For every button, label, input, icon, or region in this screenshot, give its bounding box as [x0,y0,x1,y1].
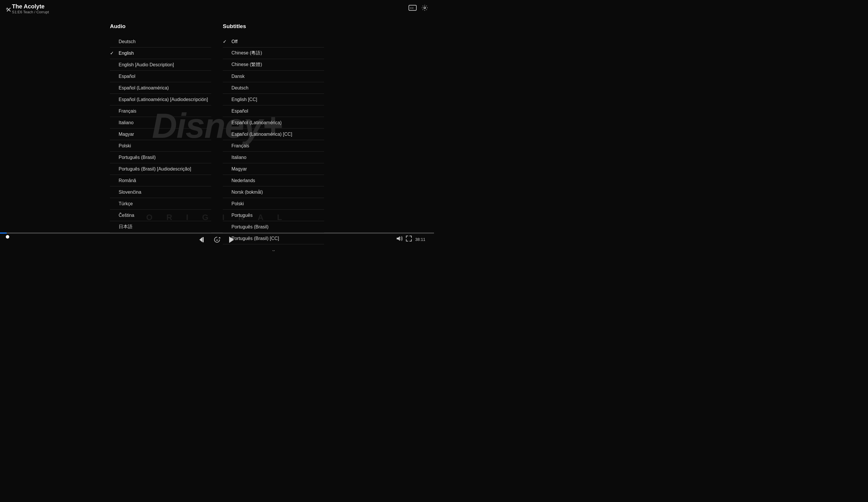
audio-item-label: Español (Latinoamérica) [Audiodescripció… [118,97,211,102]
subtitle-item-portugues-brasil-cc[interactable]: Português (Brasil) [CC] [223,233,324,244]
subtitle-item-portugues-brasil[interactable]: Português (Brasil) [223,221,324,233]
subtitle-item-italiano[interactable]: Italiano [223,152,324,163]
title-block: The Acolyte S1:E6 Teach / Corrupt [12,3,49,14]
caption-icon[interactable]: CC [409,5,417,12]
audio-item-label: Magyar [118,132,211,137]
subtitle-item-norsk[interactable]: Norsk (bokmål) [223,186,324,198]
audio-item-label: Deutsch [118,39,211,44]
top-bar: ‹ The Acolyte S1:E6 Teach / Corrupt CC [0,0,434,17]
audio-item-label: Türkçe [118,201,211,206]
audio-item-label: Français [118,109,211,114]
subtitle-item-label: Português (Brasil) [231,224,324,229]
audio-item-espanol-lat-ad[interactable]: Español (Latinoamérica) [Audiodescripció… [110,94,211,105]
subtitle-item-chinese-traditional[interactable]: Chinese (繁體) [223,59,324,71]
audio-panel-header: Audio [110,23,211,31]
audio-item-label: Čeština [118,213,211,218]
subtitle-item-label: Dansk [231,74,324,79]
subtitle-item-label: Deutsch [231,85,324,91]
subtitles-list: ✓ Off Chinese (粵語) Chinese (繁體) Dansk De… [223,36,324,244]
subtitle-item-label: Norsk (bokmål) [231,189,324,195]
audio-item-espanol[interactable]: Español [110,71,211,82]
audio-item-label: English [Audio Description] [118,62,211,68]
audio-item-japanese[interactable]: 日本語 [110,221,211,233]
svg-text:CC: CC [410,7,414,10]
subtitle-item-magyar[interactable]: Magyar [223,163,324,175]
audio-item-label: Español (Latinoamérica) [118,85,211,91]
progress-fill [0,233,7,234]
subtitle-item-nederlands[interactable]: Nederlands [223,175,324,186]
subtitle-item-label: Español (Latinoamérica) [231,120,324,125]
audio-item-italiano[interactable]: Italiano [110,117,211,129]
audio-item-cestina[interactable]: Čeština [110,209,211,221]
volume-icon[interactable] [396,236,402,243]
subtitle-item-espanol-lat[interactable]: Español (Latinoamérica) [223,117,324,129]
audio-item-label: Polski [118,143,211,148]
subtitle-item-dansk[interactable]: Dansk [223,71,324,82]
audio-item-label: Slovenčina [118,189,211,195]
episode-label: S1:E6 Teach / Corrupt [12,10,49,14]
subtitle-item-portugues[interactable]: Português [223,209,324,221]
subtitle-item-label: Chinese (粵語) [231,50,324,56]
panel-area: Audio Deutsch ✓ English English [Audio D… [110,23,324,251]
audio-item-english[interactable]: ✓ English [110,48,211,59]
progress-dot[interactable] [6,235,9,238]
subtitle-item-chinese-cantonese[interactable]: Chinese (粵語) [223,48,324,59]
subtitle-item-deutsch[interactable]: Deutsch [223,82,324,94]
audio-item-romana[interactable]: Română [110,175,211,186]
audio-item-deutsch[interactable]: Deutsch [110,36,211,48]
audio-panel: Audio Deutsch ✓ English English [Audio D… [110,23,217,251]
subtitles-panel: Subtitles ✓ Off Chinese (粵語) Chinese (繁體… [217,23,324,251]
subtitle-item-espanol[interactable]: Español [223,105,324,117]
audio-item-slovencina[interactable]: Slovenčina [110,186,211,198]
audio-item-polski[interactable]: Polski [110,140,211,152]
subtitle-item-off[interactable]: ✓ Off [223,36,324,48]
audio-list: Deutsch ✓ English English [Audio Descrip… [110,36,211,233]
svg-point-2 [424,7,426,9]
settings-icon[interactable] [421,4,428,13]
audio-item-magyar[interactable]: Magyar [110,129,211,140]
audio-item-label: Română [118,178,211,183]
subtitle-item-label: Polski [231,201,324,206]
subtitle-item-espanol-lat-cc[interactable]: Español (Latinoamérica) [CC] [223,129,324,140]
subtitle-item-label: English [CC] [231,97,324,102]
audio-item-label: English [118,51,211,56]
check-icon: ✓ [223,39,229,44]
audio-item-portugues-brasil-ad[interactable]: Português (Brasil) [Audiodescrição] [110,163,211,175]
audio-item-portugues-brasil[interactable]: Português (Brasil) [110,152,211,163]
subtitle-item-label: Italiano [231,155,324,160]
subtitle-item-label: Nederlands [231,178,324,183]
audio-item-english-ad[interactable]: English [Audio Description] [110,59,211,71]
back-button[interactable]: ‹ [6,5,8,12]
audio-item-turkce[interactable]: Türkçe [110,198,211,209]
fullscreen-icon[interactable] [406,236,412,243]
subtitle-item-label: Português (Brasil) [CC] [231,236,324,241]
scroll-down-indicator[interactable]: ⌄ [223,244,324,251]
audio-item-label: Português (Brasil) [Audiodescrição] [118,166,211,172]
subtitle-item-label: Français [231,143,324,148]
subtitle-item-label: Español (Latinoamérica) [CC] [231,132,324,137]
subtitle-item-label: Chinese (繁體) [231,62,324,68]
subtitle-item-francais[interactable]: Français [223,140,324,152]
subtitles-panel-header: Subtitles [223,23,324,31]
audio-item-label: Português (Brasil) [118,155,211,160]
audio-item-label: 日本語 [118,224,211,230]
subtitle-item-polski[interactable]: Polski [223,198,324,209]
show-title: The Acolyte [12,3,49,10]
subtitle-item-english-cc[interactable]: English [CC] [223,94,324,105]
top-left-controls: ‹ The Acolyte S1:E6 Teach / Corrupt [6,3,49,14]
svg-marker-8 [397,236,400,241]
subtitle-item-label: Magyar [231,166,324,172]
top-right-controls: CC [409,4,428,13]
subtitle-item-label: Português [231,213,324,218]
subtitle-item-label: Off [231,39,324,44]
audio-item-espanol-lat[interactable]: Español (Latinoamérica) [110,82,211,94]
audio-item-francais[interactable]: Français [110,105,211,117]
audio-item-label: Español [118,74,211,79]
time-display: 38:11 [415,237,425,242]
audio-item-label: Italiano [118,120,211,125]
subtitle-item-label: Español [231,109,324,114]
check-icon: ✓ [110,50,116,56]
